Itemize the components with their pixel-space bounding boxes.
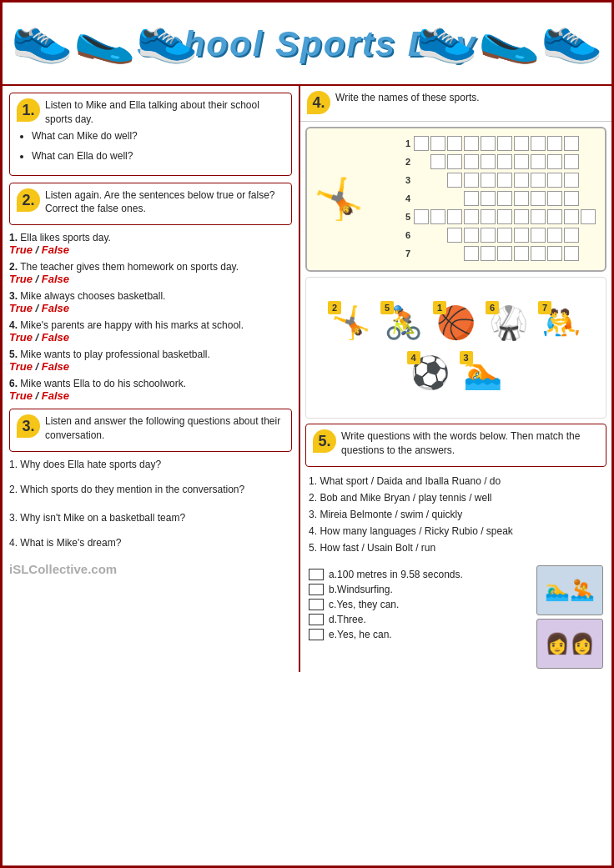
grid-spacer [430,191,445,206]
grid-cell[interactable] [531,246,546,261]
grid-cell[interactable] [531,136,546,151]
section-2-num: 2. [17,188,40,212]
s3-q1: 1. Why does Ella hate sports day? [9,459,292,470]
answer-box-b[interactable] [309,584,324,595]
grid-cell[interactable] [497,191,512,206]
section-5-answers-area: a. 100 metres in 9.58 seconds. b. Windsu… [300,562,611,672]
answer-a: a. 100 metres in 9.58 seconds. [309,569,530,580]
grid-cell[interactable] [547,154,562,169]
grid-cell[interactable] [531,154,546,169]
grid-cell[interactable] [547,209,562,224]
grid-cell[interactable] [547,191,562,206]
grid-cell[interactable] [447,136,462,151]
grid-cell[interactable] [481,191,496,206]
s3-q2: 2. Which sports do they mention in the c… [9,484,292,495]
grid-cell[interactable] [581,209,596,224]
grid-cell[interactable] [447,228,462,243]
grid-cell[interactable] [414,136,429,151]
grid-cell[interactable] [447,173,462,188]
tf-text-2: The teacher gives them homework on sport… [20,261,239,273]
grid-cell[interactable] [514,191,529,206]
sport-figure-2: 2 🤸 [331,304,370,341]
grid-cell[interactable] [497,173,512,188]
grid-cell[interactable] [514,154,529,169]
grid-cell[interactable] [547,136,562,151]
grid-spacer [414,154,429,169]
answer-box-d[interactable] [309,614,324,625]
grid-cell[interactable] [481,228,496,243]
grid-cell[interactable] [531,209,546,224]
section-5-num: 5. [313,429,336,453]
grid-cell[interactable] [447,209,462,224]
tf-num-1: 1. [9,232,18,243]
sport-3-badge: 3 [460,351,473,364]
grid-cell[interactable] [497,246,512,261]
grid-cell[interactable] [547,173,562,188]
grid-cell[interactable] [497,228,512,243]
answer-b: b. Windsurfing. [309,584,530,595]
grid-cell[interactable] [514,246,529,261]
tf-item-4: 4. Mike's parents are happy with his mar… [9,319,292,344]
answer-box-e[interactable] [309,629,324,640]
grid-cell[interactable] [497,154,512,169]
grid-cell[interactable] [481,173,496,188]
grid-cell[interactable] [464,154,479,169]
grid-cell[interactable] [547,246,562,261]
grid-cell[interactable] [564,246,579,261]
grid-cell[interactable] [514,209,529,224]
s5-prompt-3: 3. Mireia Belmonte / swim / quickly [309,509,603,520]
grid-cell[interactable] [464,246,479,261]
section-1-header: 1. Listen to Mike and Ella talking about… [17,98,284,127]
grid-cell[interactable] [531,191,546,206]
section-3-instruction: Listen and answer the following question… [45,414,284,443]
grid-cell[interactable] [564,191,579,206]
grid-cell[interactable] [531,228,546,243]
sport-figure-3: 3 🏊 [463,354,502,391]
answer-letter-e: e. [329,629,337,640]
grid-cell[interactable] [564,228,579,243]
grid-cell[interactable] [464,173,479,188]
answer-box-a[interactable] [309,569,324,580]
grid-cell[interactable] [430,209,445,224]
grid-cell[interactable] [514,136,529,151]
grid-row-2: 2 [394,153,596,170]
grid-cell[interactable] [464,136,479,151]
section-5-prompts: 1. What sport / Daida and Iballa Ruano /… [300,472,611,562]
crossword-grid: 1 [394,135,596,263]
answer-text-d: Three. [337,614,366,625]
answer-letter-a: a. [329,569,337,580]
grid-cell[interactable] [447,154,462,169]
grid-cell[interactable] [414,209,429,224]
sport-2-badge: 2 [328,301,341,314]
grid-cell[interactable] [481,154,496,169]
shoes-left-icon: 👟🥿👟 [11,7,199,66]
grid-cell[interactable] [481,136,496,151]
grid-cell[interactable] [497,209,512,224]
answer-box-c[interactable] [309,599,324,610]
grid-cell[interactable] [497,136,512,151]
grid-cell[interactable] [564,136,579,151]
sports-figures: 2 🤸 5 🚴 1 🏀 6 🥋 [310,298,602,398]
grid-cell[interactable] [430,154,445,169]
grid-cell[interactable] [464,191,479,206]
grid-cell[interactable] [564,154,579,169]
grid-spacer [430,228,445,243]
grid-cell[interactable] [464,209,479,224]
sport-figure-5: 5 🚴 [384,304,423,341]
grid-cell[interactable] [531,173,546,188]
tf-answer-2: True / False [9,273,69,285]
section-4-header: 4. Write the names of these sports. [307,91,605,114]
grid-cell[interactable] [514,228,529,243]
grid-cell[interactable] [564,173,579,188]
grid-cell[interactable] [481,246,496,261]
section-5-header: 5. Write questions with the words below.… [313,429,599,458]
grid-cell[interactable] [514,173,529,188]
grid-cell[interactable] [481,209,496,224]
grid-cell[interactable] [430,136,445,151]
grid-cell[interactable] [564,209,579,224]
section-2: 2. Listen again. Are the sentences below… [9,183,292,226]
section-4-instruction: Write the names of these sports. [335,91,480,105]
grid-cell[interactable] [547,228,562,243]
tf-num-5: 5. [9,349,18,360]
grid-cell[interactable] [464,228,479,243]
